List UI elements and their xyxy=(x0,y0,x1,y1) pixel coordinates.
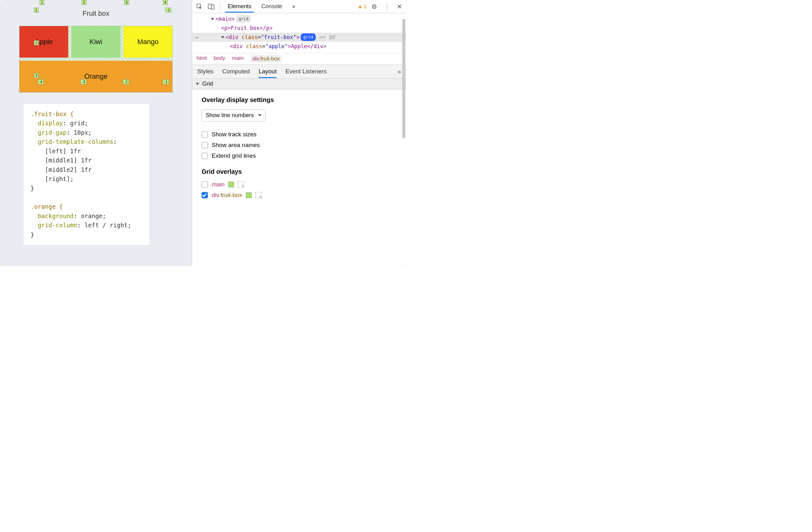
crumb-body[interactable]: body xyxy=(214,55,225,62)
code-selector: .fruit-box { xyxy=(30,111,74,117)
line-badge: -3 xyxy=(81,79,86,84)
grid-overlays-heading: Grid overlays xyxy=(202,168,396,175)
checkbox[interactable] xyxy=(202,131,208,138)
dom-attr-val: "apple" xyxy=(265,43,288,50)
warning-icon: ▲ xyxy=(358,4,363,10)
cell-apple: Apple xyxy=(19,26,68,58)
overlay-class: .fruit-box xyxy=(219,192,242,198)
page-preview-pane: Fruit box Apple Kiwi Mango Orange 1 2 3 … xyxy=(0,0,192,266)
dom-node-main[interactable]: <main>grid xyxy=(192,14,406,24)
breadcrumb: html body main div.fruit-box xyxy=(192,53,406,65)
color-swatch[interactable] xyxy=(246,192,251,198)
disclosure-triangle-icon[interactable] xyxy=(211,18,214,20)
grid-badge-active[interactable]: grid xyxy=(301,33,316,41)
code-brace: } xyxy=(30,231,34,238)
code-val: left / right; xyxy=(85,222,131,228)
code-val: [middle1] 1fr xyxy=(45,157,92,164)
toolbar-separator xyxy=(220,3,220,10)
line-badge: 2 xyxy=(34,40,39,45)
option-show-track-sizes[interactable]: Show track sizes xyxy=(202,131,396,138)
inspect-icon[interactable] xyxy=(194,1,205,12)
scrollbar-thumb[interactable] xyxy=(402,19,405,139)
overlay-tag: div xyxy=(212,192,219,198)
warning-indicator[interactable]: ▲ 1 xyxy=(358,4,366,10)
dom-node-apple[interactable]: <div class="apple">Apple</div> xyxy=(192,42,406,51)
code-prop: display xyxy=(38,120,63,127)
svg-rect-2 xyxy=(211,5,214,9)
select-value: Show line numbers xyxy=(206,112,254,119)
subtab-layout[interactable]: Layout xyxy=(259,68,276,75)
tab-elements[interactable]: Elements xyxy=(223,1,256,12)
disclosure-triangle-icon[interactable] xyxy=(221,36,224,38)
close-icon[interactable]: ✕ xyxy=(395,3,404,10)
option-label: Show track sizes xyxy=(212,131,257,138)
dom-tag: <p>Fruit box</p> xyxy=(221,25,273,31)
line-badge: 1 xyxy=(40,0,44,5)
checkbox[interactable] xyxy=(202,181,208,187)
overlay-fruitbox[interactable]: div.fruit-box xyxy=(202,192,396,199)
dom-tag: <div xyxy=(230,43,246,50)
crumb-html[interactable]: html xyxy=(197,55,207,62)
overlay-highlight-icon[interactable] xyxy=(255,192,262,198)
vertical-scrollbar[interactable] xyxy=(402,19,405,263)
subtab-computed[interactable]: Computed xyxy=(222,68,250,75)
cell-kiwi: Kiwi xyxy=(71,26,120,58)
checkbox[interactable] xyxy=(202,142,208,148)
subtab-event-listeners[interactable]: Event Listeners xyxy=(285,68,327,75)
code-val: orange; xyxy=(81,212,106,220)
device-toggle-icon[interactable] xyxy=(206,1,217,12)
dom-attr-val: "fruit-box" xyxy=(261,34,296,40)
checkbox-checked[interactable] xyxy=(202,192,208,198)
grid-section-header[interactable]: Grid xyxy=(192,79,406,89)
tab-console[interactable]: Console xyxy=(257,1,287,12)
code-selector: .orange { xyxy=(30,203,63,210)
css-code-card: .fruit-box { display: grid; grid-gap: 10… xyxy=(24,104,149,245)
dom-attr: class xyxy=(242,34,258,40)
checkbox[interactable] xyxy=(202,153,208,159)
code-prop: grid-gap xyxy=(38,129,67,136)
subtabs-more[interactable]: » xyxy=(397,68,401,75)
styles-subtabs: Styles Computed Layout Event Listeners » xyxy=(192,65,406,79)
disclosure-triangle-icon[interactable] xyxy=(196,83,199,85)
dom-tag: > xyxy=(296,34,300,40)
line-badge: -4 xyxy=(38,79,44,84)
overlay-label: main xyxy=(212,181,224,188)
dom-tag: <div xyxy=(226,34,242,40)
dom-tree[interactable]: <main>grid <p>Fruit box</p> <div class="… xyxy=(192,13,406,53)
grid-section-title: Grid xyxy=(202,81,213,87)
line-badge: -1 xyxy=(165,8,171,13)
crumb-main[interactable]: main xyxy=(232,55,244,62)
line-badge: 3 xyxy=(124,0,129,5)
dom-node-fruitbox[interactable]: <div class="fruit-box">grid== $0 xyxy=(192,33,406,42)
line-numbers-select[interactable]: Show line numbers xyxy=(202,109,265,122)
code-val: 10px; xyxy=(74,129,91,136)
color-swatch[interactable] xyxy=(228,182,234,187)
code-val: [left] 1fr xyxy=(45,148,81,155)
crumb-fruitbox[interactable]: div.fruit-box xyxy=(251,55,282,62)
code-prop: background xyxy=(38,212,74,220)
code-prop: grid-template-columns xyxy=(38,138,113,145)
devtools-toolbar: Elements Console » ▲ 1 ⚙ ⋮ ✕ xyxy=(192,0,406,13)
option-label: Show area names xyxy=(212,142,260,149)
subtab-styles[interactable]: Styles xyxy=(197,68,214,75)
overlay-main[interactable]: main xyxy=(202,181,396,188)
kebab-icon[interactable]: ⋮ xyxy=(382,3,392,10)
code-prop: grid-column xyxy=(38,222,77,228)
preview-title: Fruit box xyxy=(17,10,175,18)
code-val: [right]; xyxy=(45,175,74,182)
devtools-pane: Elements Console » ▲ 1 ⚙ ⋮ ✕ <main>grid … xyxy=(192,0,406,266)
grid-badge[interactable]: grid xyxy=(236,15,251,23)
code-brace: } xyxy=(30,185,34,192)
cell-mango: Mango xyxy=(124,26,172,58)
dom-tag: <main> xyxy=(215,16,235,22)
dom-node-p[interactable]: <p>Fruit box</p> xyxy=(192,24,406,33)
option-extend-grid-lines[interactable]: Extend grid lines xyxy=(202,152,396,159)
overlay-highlight-icon[interactable] xyxy=(238,181,244,187)
option-label: Extend grid lines xyxy=(212,152,256,159)
option-show-area-names[interactable]: Show area names xyxy=(202,142,396,149)
tabs-more[interactable]: » xyxy=(288,1,300,12)
code-val: [middle2] 1fr xyxy=(45,166,92,173)
line-badge: 3 xyxy=(34,73,39,78)
overlay-label: div.fruit-box xyxy=(212,192,242,199)
gear-icon[interactable]: ⚙ xyxy=(369,3,379,10)
